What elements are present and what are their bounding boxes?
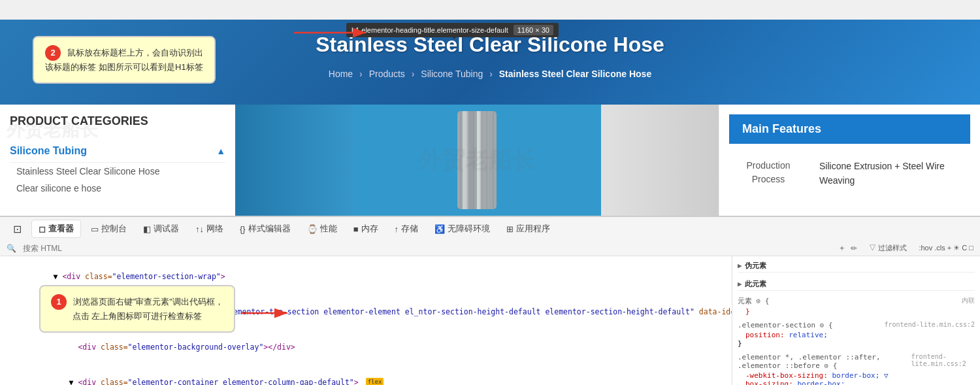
network-icon: ↑↓ bbox=[195, 224, 204, 234]
console-label: 控制台 bbox=[101, 223, 127, 235]
features-row-1: Production Process Silicone Extrusion + … bbox=[729, 154, 970, 193]
annotation-num-1: 1 bbox=[51, 294, 67, 310]
performance-icon: ⌚ bbox=[307, 224, 318, 234]
devtools-tab-console[interactable]: ▭ 控制台 bbox=[84, 220, 133, 237]
devtools-tab-performance[interactable]: ⌚ 性能 bbox=[301, 220, 344, 237]
search-icon: 🔍 bbox=[7, 244, 16, 253]
element-section-label: 此元素 bbox=[745, 279, 766, 289]
annotation-num-2: 2 bbox=[45, 45, 61, 61]
inline-prop-1: } bbox=[745, 307, 750, 316]
edit-icon[interactable]: ✏ bbox=[851, 244, 857, 253]
elementor-section-close: } bbox=[738, 339, 975, 348]
category-label: Silicone Tubing bbox=[10, 145, 87, 157]
sub-items-list: Stainless Steel Clear Silicone Hose Clea… bbox=[10, 163, 225, 197]
styles-element-section: ▶ 此元素 bbox=[738, 278, 975, 291]
breadcrumb-current: Stainless Steel Clear Silicone Hose bbox=[499, 69, 651, 79]
html-line-4[interactable]: ▼ <div class="elementor-container elemen… bbox=[0, 365, 732, 385]
style-editor-icon: {} bbox=[240, 224, 246, 234]
inline-source: 内联 bbox=[962, 296, 975, 305]
tooltip-label: h1.elementor-heading-title.elementor-siz… bbox=[351, 26, 508, 34]
tooltip-size: 1160 × 30 bbox=[514, 25, 553, 35]
collapse-icon[interactable]: ▶ bbox=[738, 261, 742, 270]
elementor-section-selector: .elementor-section ⊙ { bbox=[738, 321, 833, 329]
debugger-icon: ◧ bbox=[143, 224, 151, 234]
product-image-svg bbox=[353, 105, 601, 216]
feature-label-1: Production Process bbox=[729, 154, 808, 193]
devtools-tab-application[interactable]: ⊞ 应用程序 bbox=[500, 220, 557, 237]
sub-item-1[interactable]: Stainless Steel Clear Silicone Hose bbox=[16, 163, 225, 180]
breadcrumb-sep-3: › bbox=[489, 69, 495, 79]
breadcrumb-home[interactable]: Home bbox=[329, 69, 353, 79]
collapse-element-icon[interactable]: ▶ bbox=[738, 280, 742, 288]
viewer-label: 查看器 bbox=[48, 223, 74, 235]
network-label: 网络 bbox=[206, 223, 223, 235]
prop-webkit-box-sizing: -webkit-box-sizing: border-box; ▽ bbox=[745, 371, 975, 380]
annotation-2-text: 鼠标放在标题栏上方，会自动识别出该标题的标签 如图所示可以看到是H1标签 bbox=[45, 48, 203, 72]
product-image-inner: 外贸老船长 bbox=[235, 105, 719, 216]
box-sizing-props: -webkit-box-sizing: border-box; ▽ box-si… bbox=[738, 371, 975, 385]
devtools-tab-network[interactable]: ↑↓ 网络 bbox=[189, 220, 230, 237]
annotation-1-text: 浏览器页面右键"审查元素"调出代码框，点击 左上角图标即可进行检查标签 bbox=[73, 297, 223, 321]
sub-item-2[interactable]: Clear silicone e hose bbox=[16, 180, 225, 197]
box-sizing-selector: .elementor *, .elementor ::after, .eleme… bbox=[738, 353, 911, 370]
devtools-styles-panel: ▶ 伪元素 ▶ 此元素 元素 ⊙ { 内联 } .elementor-secti… bbox=[732, 256, 980, 385]
devtools-tab-debugger[interactable]: ◧ 调试器 bbox=[137, 220, 186, 237]
page-header: 2 鼠标放在标题栏上方，会自动识别出该标题的标签 如图所示可以看到是H1标签 h… bbox=[0, 20, 980, 105]
category-silicone-tubing[interactable]: Silicone Tubing ▲ bbox=[10, 140, 225, 163]
devtools-search-bar: 🔍 + ✏ ▽ 过滤样式 :hov .cls + ☀ C □ bbox=[0, 241, 980, 256]
devtools-tab-storage[interactable]: ↑ 存储 bbox=[388, 220, 425, 237]
svg-rect-7 bbox=[483, 111, 489, 209]
devtools-tab-viewer[interactable]: ◻ 查看器 bbox=[31, 220, 81, 238]
devtools-tab-memory[interactable]: ■ 内存 bbox=[347, 220, 385, 237]
memory-icon: ■ bbox=[353, 224, 359, 234]
box-sizing-source: frontend-lite.min.css:2 bbox=[911, 353, 975, 370]
filter-label: ▽ 过滤样式 bbox=[869, 243, 907, 253]
devtools-toolbar: ⊡ ◻ 查看器 ▭ 控制台 ◧ 调试器 ↑↓ 网络 {} 样式编辑器 ⌚ 性能 … bbox=[0, 216, 980, 241]
features-title: Main Features bbox=[729, 114, 970, 144]
breadcrumb-sep-2: › bbox=[412, 69, 417, 79]
breadcrumb-category[interactable]: Silicone Tubing bbox=[421, 69, 483, 79]
sub-item-1-link[interactable]: Stainless Steel Clear Silicone Hose bbox=[16, 166, 159, 176]
styles-inline-section: 元素 ⊙ { 内联 } bbox=[738, 296, 975, 316]
inspector-tooltip: h1.elementor-heading-title.elementor-siz… bbox=[346, 23, 559, 37]
accessibility-icon: ♿ bbox=[434, 224, 445, 234]
red-arrow-annotation bbox=[294, 23, 372, 42]
category-arrow-icon: ▲ bbox=[216, 146, 225, 156]
styles-elementor-section: .elementor-section ⊙ { frontend-lite.min… bbox=[738, 321, 975, 348]
prop-position: position: bbox=[745, 331, 785, 339]
val-position: relative; bbox=[789, 331, 828, 339]
feature-value-1: Silicone Extrusion + Steel Wire Weaving bbox=[814, 154, 970, 193]
styles-box-sizing-section: .elementor *, .elementor ::after, .eleme… bbox=[738, 353, 975, 385]
html-line-3[interactable]: <div class="elementor-background-overlay… bbox=[0, 330, 732, 365]
main-content: 外贸老船长 PRODUCT CATEGORIES Silicone Tubing… bbox=[0, 105, 980, 216]
annotation-bubble-1: 1 浏览器页面右键"审查元素"调出代码框，点击 左上角图标即可进行检查标签 bbox=[39, 285, 235, 333]
elementor-section-source: frontend-lite.min.css:2 bbox=[885, 321, 975, 329]
breadcrumb-products[interactable]: Products bbox=[369, 69, 405, 79]
devtools-tab-style-editor[interactable]: {} 样式编辑器 bbox=[233, 220, 297, 237]
application-icon: ⊞ bbox=[506, 224, 514, 234]
style-editor-label: 样式编辑器 bbox=[248, 223, 291, 235]
search-html-input[interactable] bbox=[23, 244, 833, 253]
devtools-tab-accessibility[interactable]: ♿ 无障碍环境 bbox=[428, 220, 497, 237]
sidebar: 外贸老船长 PRODUCT CATEGORIES Silicone Tubing… bbox=[0, 105, 235, 216]
sub-item-2-link[interactable]: Clear silicone e hose bbox=[16, 183, 101, 193]
product-image-area: 外贸老船长 bbox=[235, 105, 719, 216]
styles-pseudo-section: ▶ 伪元素 bbox=[738, 259, 975, 273]
red-arrow-annotation-1 bbox=[242, 303, 294, 323]
categories-title: PRODUCT CATEGORIES bbox=[10, 114, 225, 133]
annotation-bubble-2: 2 鼠标放在标题栏上方，会自动识别出该标题的标签 如图所示可以看到是H1标签 bbox=[33, 36, 216, 84]
debugger-label: 调试器 bbox=[154, 223, 179, 235]
viewer-icon: ◻ bbox=[39, 224, 46, 234]
pseudo-section-label: 伪元素 bbox=[745, 261, 766, 271]
filter-pseudo-options[interactable]: :hov .cls + ☀ C □ bbox=[919, 244, 973, 252]
devtools-inspector-icon[interactable]: ⊡ bbox=[7, 220, 28, 238]
breadcrumb-sep-1: › bbox=[359, 69, 365, 79]
add-filter-icon[interactable]: + bbox=[840, 244, 844, 253]
inline-props: } bbox=[738, 307, 975, 316]
storage-icon: ↑ bbox=[395, 224, 399, 234]
inline-label: 元素 ⊙ { bbox=[738, 297, 770, 305]
prop-box-sizing: box-sizing: border-box; bbox=[745, 380, 975, 385]
elementor-section-props: position: relative; bbox=[738, 331, 975, 339]
features-panel: Main Features Production Process Silicon… bbox=[719, 105, 980, 216]
console-icon: ▭ bbox=[91, 224, 99, 234]
